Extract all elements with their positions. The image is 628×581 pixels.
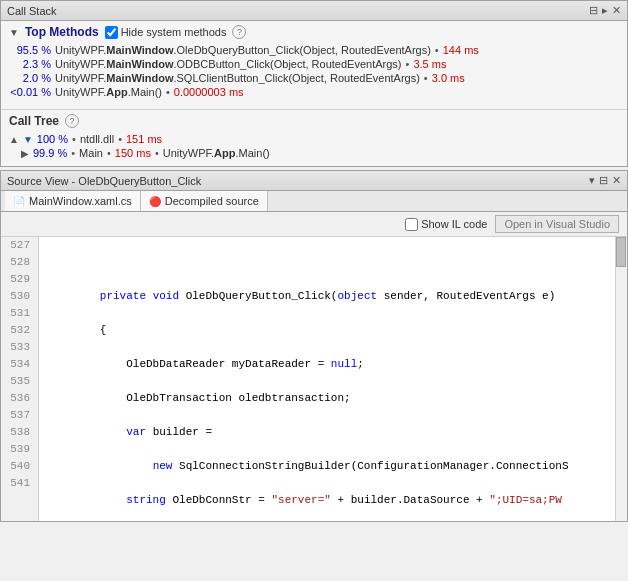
call-tree-section: Call Tree ? ▲ ▼ 100 % • ntdll.dll • 151 …	[1, 109, 627, 166]
ln-528: 528	[7, 254, 32, 271]
decompile-icon: 🔴	[149, 196, 161, 207]
open-in-vs-button[interactable]: Open in Visual Studio	[495, 215, 619, 233]
method-row-1: 2.3 % UnityWPF.MainWindow.ODBCButton_Cli…	[9, 57, 619, 71]
tab-decompiled[interactable]: 🔴 Decompiled source	[141, 191, 268, 211]
method-percent-2: 2.0 %	[9, 72, 51, 84]
source-close-icon[interactable]: ✕	[612, 174, 621, 187]
ct-name-1: Main	[79, 147, 103, 159]
show-il-checkbox[interactable]	[405, 218, 418, 231]
call-tree-help-icon[interactable]: ?	[65, 114, 79, 128]
close-icon[interactable]: ✕	[612, 4, 621, 17]
auto-hide-icon[interactable]: ▸	[602, 4, 608, 17]
show-il-checkbox-label[interactable]: Show IL code	[405, 218, 487, 231]
ln-529: 529	[7, 271, 32, 288]
pin-icon[interactable]: ⊟	[589, 4, 598, 17]
ct-extra-1: UnityWPF.App.Main()	[163, 147, 270, 159]
code-line-529: {	[47, 322, 619, 339]
method-row-3: <0.01 % UnityWPF.App.Main() • 0.0000003 …	[9, 85, 619, 99]
ln-530: 530	[7, 288, 32, 305]
hide-system-methods-checkbox-label[interactable]: Hide system methods	[105, 26, 227, 39]
ln-541: 541	[7, 475, 32, 492]
filter-icon-0: ▼	[23, 134, 33, 145]
collapse-arrow-icon[interactable]: ▼	[9, 27, 19, 38]
tab-decompiled-label: Decompiled source	[165, 195, 259, 207]
ln-534: 534	[7, 356, 32, 373]
method-name-1: UnityWPF.MainWindow.ODBCButton_Click(Obj…	[55, 58, 402, 70]
ct-dll-0: ntdll.dll	[80, 133, 114, 145]
method-percent-0: 95.5 %	[9, 44, 51, 56]
ln-540: 540	[7, 458, 32, 475]
method-row-2: 2.0 % UnityWPF.MainWindow.SQLClientButto…	[9, 71, 619, 85]
ct-time-1: 150 ms	[115, 147, 151, 159]
ct-percent-0: 100 %	[37, 133, 68, 145]
line-numbers: 527 528 529 530 531 532 533 534 535 536 …	[1, 237, 39, 521]
source-pin-icon[interactable]: ⊟	[599, 174, 608, 187]
ln-527: 527	[7, 237, 32, 254]
ln-531: 531	[7, 305, 32, 322]
code-line-527	[47, 254, 619, 271]
code-line-532: var builder =	[47, 424, 619, 441]
code-line-530: OleDbDataReader myDataReader = null;	[47, 356, 619, 373]
method-time-0: 144 ms	[443, 44, 479, 56]
help-icon[interactable]: ?	[232, 25, 246, 39]
code-area: 527 528 529 530 531 532 533 534 535 536 …	[1, 237, 627, 521]
file-icon: 📄	[13, 196, 25, 207]
source-toolbar: Show IL code Open in Visual Studio	[1, 212, 627, 237]
method-time-3: 0.0000003 ms	[174, 86, 244, 98]
tab-mainwindow[interactable]: 📄 MainWindow.xaml.cs	[5, 191, 141, 211]
scroll-indicator[interactable]	[615, 237, 627, 521]
method-percent-1: 2.3 %	[9, 58, 51, 70]
call-tree-row-0: ▲ ▼ 100 % • ntdll.dll • 151 ms	[9, 132, 619, 146]
ln-537: 537	[7, 407, 32, 424]
ct-time-0: 151 ms	[126, 133, 162, 145]
method-row-0: 95.5 % UnityWPF.MainWindow.OleDbQueryBut…	[9, 43, 619, 57]
call-tree-label: Call Tree	[9, 114, 59, 128]
method-dot-2: •	[424, 72, 428, 84]
code-scroll-area[interactable]: 527 528 529 530 531 532 533 534 535 536 …	[1, 237, 627, 521]
ln-533: 533	[7, 339, 32, 356]
method-dot-1: •	[406, 58, 410, 70]
method-name-3: UnityWPF.App.Main()	[55, 86, 162, 98]
ct-dot-0: •	[72, 133, 76, 145]
tab-mainwindow-label: MainWindow.xaml.cs	[29, 195, 132, 207]
titlebar-left: Call Stack	[7, 5, 57, 17]
top-methods-label: Top Methods	[25, 25, 99, 39]
ln-535: 535	[7, 373, 32, 390]
source-panel-titlebar: Source View - OleDbQueryButton_Click ▾ ⊟…	[1, 171, 627, 191]
ct-percent-1: 99.9 %	[33, 147, 67, 159]
tree-arrow-0[interactable]: ▲	[9, 134, 19, 145]
top-methods-header: ▼ Top Methods Hide system methods ?	[9, 25, 619, 39]
source-tabs: 📄 MainWindow.xaml.cs 🔴 Decompiled source	[1, 191, 627, 212]
method-name-2: UnityWPF.MainWindow.SQLClientButton_Clic…	[55, 72, 420, 84]
source-dropdown-icon[interactable]: ▾	[589, 174, 595, 187]
source-view-panel: Source View - OleDbQueryButton_Click ▾ ⊟…	[0, 170, 628, 522]
method-dot-0: •	[435, 44, 439, 56]
code-line-528: private void OleDbQueryButton_Click(obje…	[47, 288, 619, 305]
titlebar-right: ⊟ ▸ ✕	[589, 4, 621, 17]
top-methods-section: ▼ Top Methods Hide system methods ? 95.5…	[1, 21, 627, 105]
method-dot-3: •	[166, 86, 170, 98]
code-content: 527 528 529 530 531 532 533 534 535 536 …	[1, 237, 627, 521]
method-time-1: 3.5 ms	[413, 58, 446, 70]
ln-536: 536	[7, 390, 32, 407]
call-tree-header: Call Tree ?	[9, 114, 619, 128]
code-lines: private void OleDbQueryButton_Click(obje…	[39, 237, 627, 521]
code-line-533: new SqlConnectionStringBuilder(Configura…	[47, 458, 619, 475]
scroll-thumb[interactable]	[616, 237, 626, 267]
call-stack-panel: Call Stack ⊟ ▸ ✕ ▼ Top Methods Hide syst…	[0, 0, 628, 167]
method-time-2: 3.0 ms	[432, 72, 465, 84]
hide-system-methods-checkbox[interactable]	[105, 26, 118, 39]
code-line-531: OleDbTransaction oledbtransaction;	[47, 390, 619, 407]
show-il-text: Show IL code	[421, 218, 487, 230]
ln-532: 532	[7, 322, 32, 339]
code-line-534: string OleDbConnStr = "server=" + builde…	[47, 492, 619, 509]
call-tree-row-1: ▶ 99.9 % • Main • 150 ms • UnityWPF.App.…	[21, 146, 619, 160]
ln-539: 539	[7, 441, 32, 458]
call-stack-title: Call Stack	[7, 5, 57, 17]
hide-system-methods-text: Hide system methods	[121, 26, 227, 38]
source-view-title: Source View - OleDbQueryButton_Click	[7, 175, 201, 187]
method-percent-3: <0.01 %	[9, 86, 51, 98]
source-titlebar-right: ▾ ⊟ ✕	[589, 174, 621, 187]
tree-arrow-1[interactable]: ▶	[21, 148, 29, 159]
method-name-0: UnityWPF.MainWindow.OleDbQueryButton_Cli…	[55, 44, 431, 56]
